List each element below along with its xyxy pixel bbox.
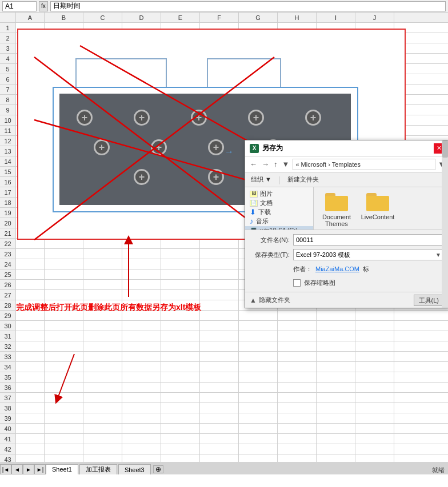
cell-reference[interactable]	[2, 1, 37, 11]
sidebar-item-music[interactable]: ♪ 音乐	[245, 217, 313, 226]
hide-icon: ▲	[250, 296, 257, 304]
col-header-c[interactable]: C	[83, 13, 122, 22]
hole-10	[134, 169, 150, 185]
author-label-prefix: 作者：	[293, 265, 312, 273]
spreadsheet-area: 1 2 3 4 5 6 7 8 9 10 11 12 13 14 15 16 1…	[0, 23, 448, 474]
col-header-g[interactable]: G	[239, 13, 278, 22]
documents-icon: 📄	[250, 200, 258, 207]
dialog-form: 文件名(N): 保存类型(T): Excel 97-2003 模板 ▼ 作者： …	[245, 230, 448, 292]
sidebar-item-downloads[interactable]: ⬇ 下载	[245, 208, 313, 216]
dialog-files-area: DocumentThemes LiveContent	[314, 187, 448, 230]
dialog-content: 🖼 图片 📄 文档 ⬇ 下载 ♪ 音乐 💻 win10-64 (C:)	[245, 187, 448, 230]
row-num-header	[0, 13, 16, 22]
downloads-icon: ⬇	[250, 208, 256, 216]
filetype-label: 保存类型(T):	[250, 251, 290, 259]
hide-label: 隐藏文件夹	[259, 296, 290, 304]
author-row: 作者： MiaZaiMa.COM 标	[250, 263, 444, 275]
hole-8: →	[208, 139, 224, 155]
add-sheet-button[interactable]: ⊕	[153, 465, 163, 473]
up-button[interactable]: ↑	[273, 159, 279, 170]
col-header-f[interactable]: F	[200, 13, 239, 22]
fx-button[interactable]: fx	[39, 1, 48, 11]
dialog-toolbar: 组织 ▼ | 新建文件夹	[245, 172, 448, 187]
save-thumbnail-checkbox[interactable]	[293, 279, 301, 287]
dialog-title-bar: X 另存为 ✕	[245, 140, 448, 156]
music-icon: ♪	[250, 217, 254, 226]
pictures-icon: 🖼	[250, 191, 258, 198]
folder-icon-document-themes	[325, 193, 348, 211]
tab-nav-first[interactable]: |◄	[0, 464, 11, 474]
file-item-livecontent[interactable]: LiveContent	[361, 193, 395, 220]
tab-nav-next[interactable]: ►	[23, 464, 34, 474]
sheet-tabs: |◄ ◄ ► ►| Sheet1 加工报表 Sheet3 ⊕ 就绪	[0, 462, 448, 474]
col-header-j[interactable]: J	[355, 13, 394, 22]
col-header-i[interactable]: I	[317, 13, 355, 22]
author-suffix: 标	[363, 265, 369, 273]
sheet-tab-processing[interactable]: 加工报表	[79, 464, 117, 474]
col-header-e[interactable]: E	[161, 13, 200, 22]
hole-11	[208, 169, 224, 185]
thumbnail-row: 保存缩略图	[250, 277, 444, 288]
dialog-title: 另存为	[262, 143, 430, 153]
dialog-sidebar: 🖼 图片 📄 文档 ⬇ 下载 ♪ 音乐 💻 win10-64 (C:)	[245, 187, 314, 230]
folder-icon-livecontent	[366, 193, 389, 211]
thumbnail-label: 保存缩略图	[304, 279, 335, 287]
sheet-tab-sheet1[interactable]: Sheet1	[46, 464, 78, 474]
formula-input[interactable]	[50, 1, 446, 11]
formula-bar: fx	[0, 0, 448, 13]
author-link[interactable]: MiaZaiMa.COM	[315, 265, 359, 272]
hole-2	[134, 110, 150, 126]
col-header-d[interactable]: D	[122, 13, 161, 22]
address-path[interactable]: « Microsoft › Templates	[293, 159, 435, 170]
hole-1	[77, 110, 93, 126]
hole-5	[305, 110, 321, 126]
hole-6	[94, 139, 110, 155]
column-headers: A B C D E F G H I J	[0, 13, 448, 23]
status-text: 就绪	[432, 466, 448, 474]
hole-3	[191, 110, 207, 126]
hide-folders-toggle[interactable]: ▲ 隐藏文件夹	[250, 296, 290, 304]
sheet-tab-sheet3[interactable]: Sheet3	[118, 464, 151, 474]
sidebar-item-documents[interactable]: 📄 文档	[245, 199, 313, 207]
filename-input[interactable]	[293, 234, 444, 245]
hole-4	[248, 110, 264, 126]
organize-button[interactable]: 组织 ▼	[249, 174, 274, 185]
tab-nav-last[interactable]: ►|	[34, 464, 46, 474]
save-as-dialog: X 另存为 ✕ ← → ↑ ▼ « Microsoft › Templates …	[245, 140, 448, 308]
filename-row: 文件名(N):	[250, 234, 444, 246]
dialog-address-bar: ← → ↑ ▼ « Microsoft › Templates ▼	[245, 156, 448, 172]
col-header-a[interactable]: A	[16, 13, 45, 22]
forward-button[interactable]: →	[261, 159, 270, 170]
dropdown-arrow: ▼	[435, 252, 441, 258]
col-header-b[interactable]: B	[45, 13, 83, 22]
new-folder-button[interactable]: 新建文件夹	[285, 174, 321, 185]
hole-7	[151, 139, 167, 155]
filetype-row: 保存类型(T): Excel 97-2003 模板 ▼	[250, 248, 444, 261]
filetype-dropdown[interactable]: Excel 97-2003 模板 ▼	[293, 249, 444, 260]
recent-button[interactable]: ▼	[281, 159, 291, 170]
file-item-document-themes[interactable]: DocumentThemes	[319, 193, 354, 227]
filename-label: 文件名(N):	[250, 236, 290, 244]
excel-icon: X	[250, 144, 259, 153]
tools-button[interactable]: 工具(L)	[414, 295, 444, 306]
col-header-h[interactable]: H	[278, 13, 317, 22]
sidebar-item-pictures[interactable]: 🖼 图片	[245, 190, 313, 198]
back-button[interactable]: ←	[249, 159, 258, 170]
dialog-footer: ▲ 隐藏文件夹 工具(L)	[245, 292, 448, 308]
tab-nav-prev[interactable]: ◄	[11, 464, 23, 474]
